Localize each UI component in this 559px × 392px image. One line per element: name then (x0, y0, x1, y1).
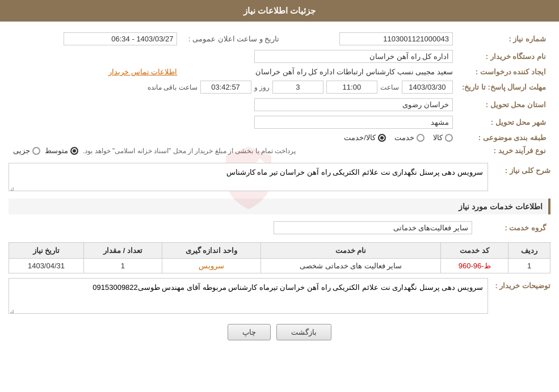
cell-service-name: سایر فعالیت های خدماتی شخصی (260, 259, 440, 273)
category-kala[interactable]: کالا (433, 133, 453, 142)
creator-label: ایجاد کننده درخواست : (457, 65, 550, 78)
process-partial-circle (32, 147, 40, 155)
service-group-table: گروه خدمت : سایر فعالیت‌های خدماتی (9, 219, 550, 237)
need-number-box: 1103001121000043 (339, 32, 453, 45)
category-label: طبقه بندی موضوعی : (457, 131, 550, 144)
announcement-date-cell: 1403/03/27 - 06:34 (9, 30, 182, 48)
page-title: جزئیات اطلاعات نیاز (243, 6, 316, 15)
main-info-table: شماره نیاز : 1103001121000043 تاریخ و سا… (9, 30, 550, 157)
col-row-num: ردیف (508, 243, 550, 259)
general-desc-textarea[interactable] (9, 163, 488, 191)
resize-handle: ⊿ (10, 186, 14, 192)
service-group-box: سایر فعالیت‌های خدماتی (274, 221, 472, 234)
col-service-name: نام خدمت (260, 243, 440, 259)
general-desc-wrapper: ⊿ (9, 163, 488, 193)
process-label: نوع فرآیند خرید : (457, 144, 550, 157)
category-kala-service-circle (378, 134, 386, 142)
province-label: استان محل تحویل : (457, 96, 550, 113)
deadline-days-box: 3 (272, 81, 323, 94)
services-table: ردیف کد خدمت نام خدمت واحد اندازه گیری ت… (9, 242, 550, 273)
city-box: مشهد (254, 116, 453, 129)
contact-link[interactable]: اطلاعات تماس خریدار (108, 68, 177, 76)
category-service[interactable]: خدمت (394, 133, 424, 142)
cell-quantity: 1 (83, 259, 162, 273)
creator-cell: سعید مجیبی نسب کارشناس ارتباطات اداره کل… (182, 65, 457, 78)
col-service-code: کد خدمت (441, 243, 508, 259)
deadline-label: مهلت ارسال پاسخ: تا تاریخ: (457, 78, 550, 96)
buyer-desc-label: توضیحات خریدار : (494, 278, 550, 290)
cell-unit: سرویس (162, 259, 260, 273)
buyer-org-box: اداره کل راه آهن خراسان (254, 50, 453, 63)
buyer-desc-wrapper: ⊿ (9, 278, 488, 315)
services-section-title: اطلاعات خدمات مورد نیاز (9, 199, 550, 214)
category-cell: کالا/خدمت خدمت کالا (9, 131, 457, 144)
cell-date: 1403/04/31 (9, 259, 84, 273)
col-quantity: تعداد / مقدار (83, 243, 162, 259)
col-date: تاریخ نیاز (9, 243, 84, 259)
buyer-org-label: نام دستگاه خریدار : (457, 48, 550, 65)
service-group-label: گروه خدمت : (477, 219, 550, 237)
time-label: ساعت (380, 83, 399, 91)
days-label: روز و (254, 83, 270, 91)
back-button[interactable]: بازگشت (276, 324, 331, 340)
process-partial[interactable]: جزیی (13, 146, 40, 155)
category-kala-circle (445, 134, 453, 142)
buyer-desc-textarea[interactable] (9, 278, 488, 314)
button-row: بازگشت چاپ (9, 324, 550, 340)
general-desc-label: شرح کلی نیاز : (494, 163, 550, 175)
page-header: جزئیات اطلاعات نیاز (0, 0, 559, 22)
category-kala-service[interactable]: کالا/خدمت (344, 133, 386, 142)
announcement-label: تاریخ و ساعت اعلان عمومی : (182, 30, 284, 48)
province-cell: خراسان رضوی (9, 96, 457, 113)
city-label: شهر محل تحویل : (457, 113, 550, 131)
print-button[interactable]: چاپ (228, 324, 271, 340)
remaining-time-box: 03:42:57 (200, 81, 251, 94)
table-row: 1 ط-96-960 سایر فعالیت های خدماتی شخصی س… (9, 259, 550, 273)
service-group-cell: سایر فعالیت‌های خدماتی (9, 219, 477, 237)
city-cell: مشهد (9, 113, 457, 131)
cell-row-num: 1 (508, 259, 550, 273)
category-service-circle (417, 134, 424, 142)
process-cell: جزیی متوسط پرداخت تمام یا بخشی از مبلغ خ… (9, 144, 457, 157)
buyer-org-cell: اداره کل راه آهن خراسان (9, 48, 457, 65)
contact-link-cell: اطلاعات تماس خریدار (9, 65, 182, 78)
cell-service-code: ط-96-960 (441, 259, 508, 273)
deadline-date-box: 1403/03/30 (402, 81, 453, 94)
col-unit: واحد اندازه گیری (162, 243, 260, 259)
process-note: پرداخت تمام یا بخشی از مبلغ خریدار از مح… (83, 147, 296, 155)
process-medium-circle (70, 147, 78, 155)
need-number-label: شماره نیاز : (457, 30, 550, 48)
deadline-time-box: 11:00 (326, 81, 377, 94)
process-medium[interactable]: متوسط (45, 146, 78, 155)
need-number-value: 1103001121000043 (284, 30, 457, 48)
remaining-label: ساعت باقی مانده (148, 83, 197, 91)
deadline-cell: 1403/03/30 ساعت 11:00 3 روز و 03:42:57 (9, 78, 457, 96)
announcement-date-box: 1403/03/27 - 06:34 (64, 32, 177, 45)
province-box: خراسان رضوی (254, 98, 453, 111)
buyer-resize-handle: ⊿ (10, 308, 14, 314)
